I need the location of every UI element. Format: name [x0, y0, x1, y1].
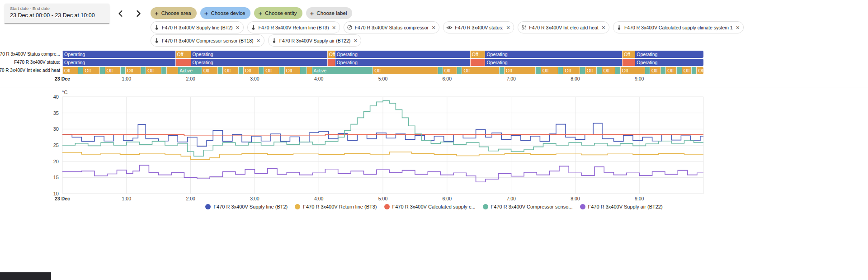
timeline-segment[interactable]: Off [462, 67, 499, 74]
legend-color-dot [384, 204, 390, 209]
state-timeline: F470 R 3x400V Status compre...OperatingO… [0, 0, 868, 86]
svg-text:25: 25 [53, 142, 59, 148]
timeline-segment[interactable]: Operating [62, 51, 175, 58]
timeline-segment[interactable] [615, 67, 620, 74]
chart-legend: F470 R 3x400V Supply line (BT2)F470 R 3x… [0, 204, 868, 209]
section-divider [0, 87, 868, 87]
timeline-segment[interactable] [499, 67, 504, 74]
timeline-segment[interactable]: Off [125, 67, 141, 74]
timeline-segment[interactable]: Operating [635, 59, 703, 66]
timeline-segment[interactable] [307, 67, 311, 74]
svg-text:23 Dec: 23 Dec [55, 196, 70, 201]
timeline-segment[interactable]: Off [620, 67, 645, 74]
timeline-segment[interactable]: Off [696, 67, 703, 74]
timeline-segment[interactable] [120, 67, 125, 74]
timeline-segment[interactable] [217, 67, 222, 74]
timeline-segment[interactable] [300, 67, 307, 74]
timeline-segment[interactable]: Off [504, 67, 535, 74]
legend-label: F470 R 3x400V Return line (BT3) [303, 204, 377, 209]
legend-label: F470 R 3x400V Supply air (BT22) [588, 204, 663, 209]
timeline-segment[interactable]: Operating [191, 59, 327, 66]
temperature-chart[interactable]: 10152025303540°C23 Dec1:002:003:004:005:… [0, 89, 868, 205]
legend-item[interactable]: F470 R 3x400V Supply line (BT2) [205, 204, 288, 209]
svg-text:40: 40 [53, 94, 59, 100]
legend-item[interactable]: F470 R 3x400V Calculated supply c... [384, 204, 476, 209]
timeline-segment[interactable]: Operating [635, 51, 703, 58]
timeline-segment[interactable] [238, 67, 243, 74]
timeline-segment[interactable]: Off [585, 67, 597, 74]
timeline-segment[interactable] [676, 67, 681, 74]
timeline-segment[interactable] [327, 59, 335, 66]
timeline-segment[interactable] [279, 67, 284, 74]
timeline-axis-label: 23 Dec [55, 76, 70, 81]
timeline-segment[interactable]: Off [62, 67, 78, 74]
timeline-axis-label: 9:00 [635, 76, 644, 81]
timeline-segment[interactable]: Off [83, 67, 99, 74]
timeline-segment[interactable]: Off [665, 67, 676, 74]
svg-text:8:00: 8:00 [571, 196, 580, 201]
timeline-segment[interactable]: Off [243, 67, 259, 74]
legend-color-dot [295, 204, 300, 209]
timeline-segment[interactable]: Operating [485, 51, 622, 58]
timeline-axis-label: 6:00 [443, 76, 452, 81]
timeline-segment[interactable] [161, 67, 166, 74]
timeline-segment[interactable]: Off [563, 67, 580, 74]
timeline-segment[interactable]: Operating [485, 59, 622, 66]
timeline-segment[interactable] [535, 67, 540, 74]
timeline-segment[interactable] [78, 67, 83, 74]
timeline-segment[interactable]: Off [682, 67, 691, 74]
timeline-segment[interactable]: Off [105, 67, 120, 74]
timeline-row-label: F470 R 3x400V Status compre... [0, 51, 60, 58]
timeline-segment[interactable]: Off [175, 51, 191, 58]
timeline-segment[interactable]: Off [470, 51, 485, 58]
timeline-segment[interactable] [596, 67, 601, 74]
timeline-segment[interactable] [141, 67, 146, 74]
timeline-segment[interactable] [259, 67, 264, 74]
timeline-segment[interactable] [622, 59, 635, 66]
legend-item[interactable]: F470 R 3x400V Return line (BT3) [295, 204, 377, 209]
timeline-segment[interactable]: Off [284, 67, 300, 74]
timeline-segment[interactable] [166, 67, 178, 74]
svg-text:4:00: 4:00 [314, 196, 324, 201]
svg-text:2:00: 2:00 [186, 196, 195, 201]
svg-text:20: 20 [53, 159, 59, 164]
svg-text:5:00: 5:00 [378, 196, 388, 201]
timeline-segment[interactable]: Off [223, 67, 238, 74]
timeline-segment[interactable]: Off [264, 67, 279, 74]
timeline-segment[interactable]: Off [602, 67, 615, 74]
timeline-segment[interactable]: Off [202, 67, 217, 74]
timeline-segment[interactable]: Off [650, 67, 660, 74]
svg-text:3:00: 3:00 [250, 196, 259, 201]
svg-text:35: 35 [53, 110, 59, 116]
timeline-segment[interactable] [645, 67, 650, 74]
timeline-segment[interactable] [438, 67, 443, 74]
legend-label: F470 R 3x400V Calculated supply c... [392, 204, 476, 209]
timeline-segment[interactable]: Off [622, 51, 635, 58]
timeline-segment[interactable] [175, 59, 191, 66]
timeline-segment[interactable] [558, 67, 563, 74]
timeline-segment[interactable] [99, 67, 104, 74]
timeline-axis-label: 4:00 [314, 76, 323, 81]
timeline-segment[interactable]: Off [146, 67, 161, 74]
timeline-axis-label: 1:00 [122, 76, 131, 81]
timeline-segment[interactable] [580, 67, 585, 74]
timeline-segment[interactable]: Operating [62, 59, 175, 66]
timeline-segment[interactable]: Operating [335, 59, 470, 66]
timeline-segment[interactable]: Active [178, 67, 201, 74]
timeline-segment[interactable] [457, 67, 462, 74]
svg-text:30: 30 [53, 126, 59, 132]
svg-text:°C: °C [62, 90, 67, 95]
timeline-row-label: F470 R 3x400V status: [14, 59, 60, 66]
timeline-segment[interactable] [660, 67, 665, 74]
timeline-segment[interactable]: Operating [335, 51, 470, 58]
timeline-segment[interactable]: Operating [191, 51, 327, 58]
timeline-segment[interactable]: Off [373, 67, 437, 74]
timeline-segment[interactable]: Off [541, 67, 558, 74]
timeline-segment[interactable] [691, 67, 696, 74]
timeline-segment[interactable]: Active [312, 67, 373, 74]
legend-item[interactable]: F470 R 3x400V Supply air (BT22) [580, 204, 663, 209]
timeline-segment[interactable]: Off [327, 51, 335, 58]
timeline-segment[interactable] [470, 59, 485, 66]
timeline-segment[interactable]: Off [443, 67, 457, 74]
legend-item[interactable]: F470 R 3x400V Compressor senso... [483, 204, 573, 209]
